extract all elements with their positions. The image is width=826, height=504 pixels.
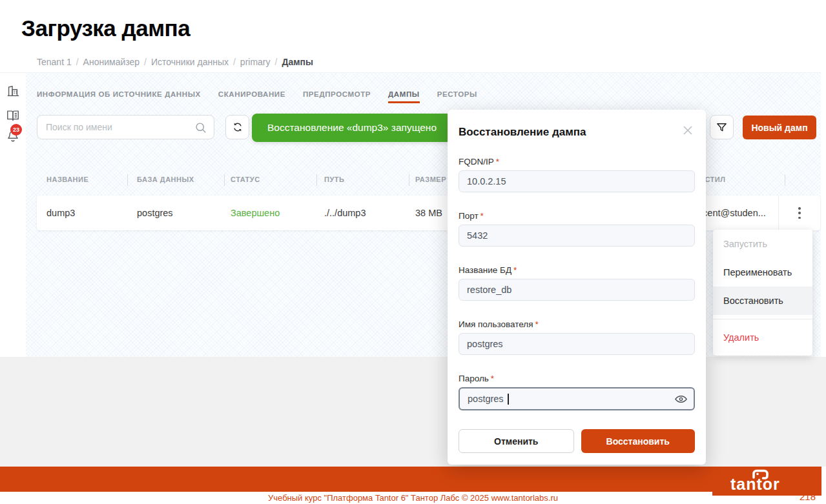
column-header-path[interactable]: ПУТЬ <box>324 176 344 183</box>
cell-path: ./../dump3 <box>324 208 366 218</box>
fqdn-label: FQDN/IP* <box>459 157 695 166</box>
new-dump-button[interactable]: Новый дамп <box>743 116 816 139</box>
cell-status: Завершено <box>231 208 280 218</box>
row-menu-kebab-icon[interactable] <box>794 206 805 220</box>
modal-title: Восстановление дампа <box>459 126 695 139</box>
cancel-button[interactable]: Отменить <box>459 429 574 453</box>
tab-datasource-info[interactable]: ИНФОРМАЦИЯ ОБ ИСТОЧНИКЕ ДАННЫХ <box>37 90 201 103</box>
tab-scanning[interactable]: СКАНИРОВАНИЕ <box>218 90 285 103</box>
context-menu-item-rename[interactable]: Переименовать <box>713 258 812 287</box>
cell-database: postgres <box>137 208 173 218</box>
column-separator <box>127 174 128 186</box>
breadcrumb-separator: / <box>144 57 147 67</box>
eye-icon[interactable] <box>674 392 688 408</box>
context-menu-item-restore[interactable]: Восстановить <box>713 287 812 315</box>
column-separator <box>316 174 317 186</box>
breadcrumb-item-tenant[interactable]: Tenant 1 <box>37 57 72 67</box>
breadcrumb: Tenant 1/Анонимайзер/Источники данных/pr… <box>37 52 313 73</box>
column-separator <box>785 174 785 186</box>
row-actions-cell <box>778 196 820 230</box>
filter-funnel-icon <box>716 121 728 134</box>
tab-restores[interactable]: РЕСТОРЫ <box>437 90 477 103</box>
building-icon[interactable] <box>6 84 20 98</box>
fqdn-field-group: FQDN/IP* <box>459 157 695 192</box>
refresh-icon <box>232 121 243 133</box>
breadcrumb-separator: / <box>275 57 278 67</box>
column-header-name[interactable]: НАЗВАНИЕ <box>46 176 88 183</box>
breadcrumb-current-dumps: Дампы <box>282 57 313 67</box>
required-asterisk: * <box>513 265 517 275</box>
dbname-field-group: Название БД* <box>459 265 695 301</box>
breadcrumb-item-primary[interactable]: primary <box>240 57 271 67</box>
column-header-size[interactable]: РАЗМЕР <box>415 176 446 183</box>
app-sidebar: P 23 <box>0 52 26 357</box>
column-separator <box>409 174 409 186</box>
tab-dumps[interactable]: ДАМПЫ <box>388 90 420 103</box>
required-asterisk: * <box>491 374 494 383</box>
required-asterisk: * <box>535 319 539 329</box>
docs-book-icon[interactable] <box>6 108 20 123</box>
filter-button[interactable] <box>710 115 734 139</box>
breadcrumb-item-anonymizer[interactable]: Анонимайзер <box>83 57 139 67</box>
required-asterisk: * <box>480 211 484 221</box>
tab-preview[interactable]: ПРЕДПРОСМОТР <box>303 90 371 103</box>
context-menu-item-delete[interactable]: Удалить <box>713 323 812 352</box>
tantor-logo: tantor <box>725 469 809 494</box>
refresh-button[interactable] <box>225 115 249 139</box>
breadcrumb-item-datasources[interactable]: Источники данных <box>151 57 229 67</box>
row-context-menu: Запустить Переименовать Восстановить Уда… <box>713 230 812 356</box>
app-topbar: Tenant 1/Анонимайзер/Источники данных/pr… <box>0 52 821 73</box>
footer-course-text: Учебный курс "Платформа Tantor 6" Тантор… <box>0 493 826 503</box>
breadcrumb-separator: / <box>233 57 236 67</box>
context-menu-divider <box>713 319 812 319</box>
required-asterisk: * <box>496 157 499 166</box>
username-input[interactable] <box>459 333 695 355</box>
breadcrumb-separator: / <box>76 57 79 67</box>
password-field-group: Пароль* <box>459 374 695 410</box>
modal-footer: Отменить Восстановить <box>459 429 695 453</box>
password-input[interactable] <box>459 387 695 410</box>
fqdn-input[interactable] <box>459 170 695 192</box>
page-number: 218 <box>800 491 816 502</box>
footer-accent-bar <box>0 467 821 492</box>
column-header-database[interactable]: БАЗА ДАННЫХ <box>137 176 194 183</box>
page-title: Загрузка дампа <box>21 15 190 41</box>
slide: Загрузка дампа Tenant 1/Анонимайзер/Исто… <box>0 0 826 504</box>
password-label: Пароль* <box>459 374 695 383</box>
cell-dump-name: dump3 <box>46 208 75 218</box>
port-input[interactable] <box>459 225 695 247</box>
context-menu-item-run: Запустить <box>713 230 812 258</box>
close-icon[interactable] <box>681 124 694 137</box>
text-cursor <box>508 394 509 405</box>
toast-notification: Восстановление «dump3» запущено <box>252 114 452 142</box>
username-field-group: Имя пользователя* <box>459 319 695 355</box>
column-separator <box>224 174 225 186</box>
svg-text:tantor: tantor <box>730 475 780 493</box>
restore-submit-button[interactable]: Восстановить <box>581 429 696 453</box>
column-header-status[interactable]: СТАТУС <box>231 176 260 183</box>
username-label: Имя пользователя* <box>459 319 695 329</box>
cell-launched-by: ucent@studen... <box>697 208 766 218</box>
search-icon <box>194 121 207 134</box>
restore-dump-modal: Восстановление дампа FQDN/IP* Порт* Назв… <box>448 110 706 465</box>
port-field-group: Порт* <box>459 211 695 247</box>
notification-badge: 23 <box>10 124 22 136</box>
tab-bar: ИНФОРМАЦИЯ ОБ ИСТОЧНИКЕ ДАННЫХ СКАНИРОВА… <box>37 90 477 103</box>
search-input[interactable] <box>46 116 191 139</box>
dbname-input[interactable] <box>459 279 695 301</box>
dbname-label: Название БД* <box>459 265 695 275</box>
port-label: Порт* <box>459 211 695 221</box>
search-box <box>37 115 214 139</box>
cell-size: 38 MB <box>415 208 442 218</box>
